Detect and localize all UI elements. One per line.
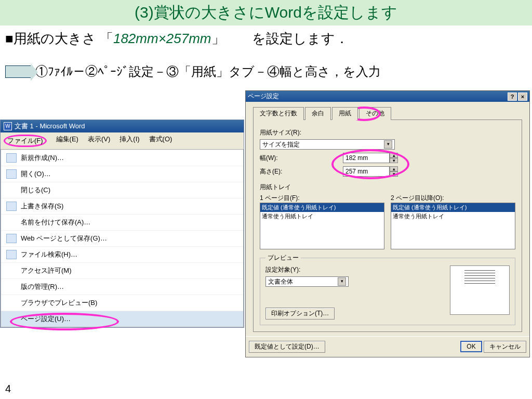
tab-chars[interactable]: 文字数と行数 — [253, 107, 304, 120]
menu-edit[interactable]: 編集(E) — [56, 135, 78, 147]
menu-format[interactable]: 書式(O) — [149, 135, 172, 147]
file-menu-label: 新規作成(N)… — [21, 153, 64, 163]
ok-button[interactable]: OK — [460, 341, 482, 352]
set-default-button[interactable]: 既定値として設定(D)… — [249, 341, 325, 353]
file-menu-label: 版の管理(R)… — [21, 282, 64, 291]
line1-b: 」 を設定します． — [211, 31, 349, 46]
file-menu-versions[interactable]: 版の管理(R)… — [1, 278, 243, 295]
file-menu-label: 名前を付けて保存(A)… — [21, 218, 90, 227]
file-menu-saveas[interactable]: 名前を付けて保存(A)… — [1, 214, 243, 230]
tab-other[interactable]: その他 — [359, 107, 391, 120]
file-menu-saveweb[interactable]: Web ページとして保存(G)… — [1, 230, 243, 246]
print-options-button[interactable]: 印刷オプション(T)… — [265, 308, 335, 320]
cancel-button[interactable]: キャンセル — [484, 341, 526, 353]
tray1-selected[interactable]: 既定値 (通常使う用紙トレイ) — [260, 203, 384, 212]
page-preview — [450, 265, 510, 315]
height-down[interactable]: ▾ — [390, 171, 398, 177]
tray1-item[interactable]: 通常使う用紙トレイ — [260, 212, 384, 221]
file-menu-label: アクセス許可(M) — [21, 266, 72, 275]
menu-file[interactable]: ファイル(F) — [4, 135, 47, 147]
tray2-list[interactable]: 既定値 (通常使う用紙トレイ) 通常使う用紙トレイ — [391, 203, 515, 249]
word-title: 文書 1 - Microsoft Word — [15, 122, 85, 131]
file-menu-browser-preview[interactable]: ブラウザでプレビュー(B) — [1, 295, 243, 311]
dialog-button-row: 既定値として設定(D)… OK キャンセル — [246, 336, 529, 357]
file-menu-label: 上書き保存(S) — [21, 202, 63, 211]
tray2-selected[interactable]: 既定値 (通常使う用紙トレイ) — [391, 203, 515, 212]
preview-legend: プレビュー — [265, 254, 301, 262]
apply-to-label: 設定対象(Y): — [265, 265, 349, 274]
file-menu-page-setup[interactable]: ページ設定(U)… — [1, 311, 243, 327]
dialog-tabs: 文字数と行数 余白 用紙 その他 — [253, 107, 522, 120]
dropdown-icon[interactable]: ▾ — [384, 140, 392, 149]
dialog-title: ページ設定 — [248, 92, 279, 101]
tray1-label: 1 ページ目(F): — [260, 194, 384, 203]
tray2-item[interactable]: 通常使う用紙トレイ — [391, 212, 515, 221]
file-menu-label: ブラウザでプレビュー(B) — [21, 298, 97, 308]
paper-size-value: サイズを指定 — [262, 140, 300, 149]
paper-size-label: 用紙サイズ(R): — [260, 128, 515, 137]
page-number: 4 — [5, 383, 11, 395]
height-up[interactable]: ▴ — [390, 166, 398, 171]
file-menu: 新規作成(N)… 開く(O)… 閉じる(C) 上書き保存(S) 名前を付けて保存… — [1, 149, 244, 327]
save-icon — [6, 202, 17, 211]
tab-paper[interactable]: 用紙 — [332, 107, 358, 120]
file-menu-search[interactable]: ファイル検索(H)… — [1, 246, 243, 262]
width-input[interactable]: 182 mm — [343, 153, 390, 163]
file-menu-label: ファイル検索(H)… — [21, 250, 77, 259]
word-window: W 文書 1 - Microsoft Word ファイル(F) 編集(E) 表示… — [0, 119, 244, 328]
apply-to-value: 文書全体 — [268, 277, 293, 286]
file-menu-close[interactable]: 閉じる(C) — [1, 182, 243, 198]
file-menu-open[interactable]: 開く(O)… — [1, 166, 243, 182]
menu-insert[interactable]: 挿入(I) — [119, 135, 139, 147]
file-menu-label: 開く(O)… — [21, 169, 51, 179]
page-setup-dialog: ページ設定 ? × 文字数と行数 余白 用紙 その他 用紙サイズ(R): サイズ… — [245, 90, 530, 357]
file-menu-new[interactable]: 新規作成(N)… — [1, 150, 243, 166]
tray1-list[interactable]: 既定値 (通常使う用紙トレイ) 通常使う用紙トレイ — [260, 203, 384, 249]
tray2-label: 2 ページ目以降(O): — [391, 194, 515, 203]
file-menu-perm[interactable]: アクセス許可(M) — [1, 262, 243, 278]
slide-title: (3)賞状の大きさにWordを設定します — [0, 0, 532, 25]
tab-margins[interactable]: 余白 — [305, 107, 331, 120]
file-menu-save[interactable]: 上書き保存(S) — [1, 198, 243, 214]
new-icon — [6, 153, 17, 163]
dropdown-icon[interactable]: ▾ — [338, 277, 346, 286]
dialog-titlebar: ページ設定 ? × — [246, 91, 529, 102]
paper-size-instruction: ■用紙の大きさ 「182mm×257mm」 を設定します． — [5, 30, 527, 48]
line1-a: ■用紙の大きさ 「 — [5, 31, 113, 46]
file-menu-label: 閉じる(C) — [21, 185, 50, 195]
tray-group-label: 用紙トレイ — [260, 183, 515, 192]
line1-size: 182mm×257mm — [113, 31, 211, 46]
file-menu-label: Web ページとして保存(G)… — [21, 234, 107, 243]
steps-row: ①ﾌｧｲﾙ－②ﾍﾟｰｼﾞ設定－③「用紙」タブ－④幅と高さ，を入力 — [5, 63, 527, 80]
word-menubar[interactable]: ファイル(F) 編集(E) 表示(V) 挿入(I) 書式(O) — [1, 132, 244, 149]
word-titlebar: W 文書 1 - Microsoft Word — [1, 120, 244, 132]
file-menu-label: ページ設定(U)… — [21, 314, 71, 324]
width-down[interactable]: ▾ — [390, 158, 398, 163]
width-label: 幅(W): — [260, 154, 296, 163]
menu-view[interactable]: 表示(V) — [88, 135, 110, 147]
close-button[interactable]: × — [518, 92, 527, 101]
saveweb-icon — [6, 234, 17, 243]
preview-group: プレビュー 設定対象(Y): 文書全体 ▾ 印刷オプション(T)… — [260, 254, 515, 325]
paper-size-select[interactable]: サイズを指定 ▾ — [260, 139, 395, 150]
search-icon — [6, 250, 17, 259]
height-input[interactable]: 257 mm — [343, 166, 390, 177]
word-app-icon: W — [4, 122, 12, 130]
steps-text: ①ﾌｧｲﾙ－②ﾍﾟｰｼﾞ設定－③「用紙」タブ－④幅と高さ，を入力 — [35, 63, 381, 80]
open-icon — [6, 169, 17, 179]
arrow-icon — [5, 65, 31, 78]
height-label: 高さ(E): — [260, 167, 296, 176]
help-button[interactable]: ? — [508, 92, 517, 101]
apply-to-select[interactable]: 文書全体 ▾ — [265, 276, 349, 287]
width-up[interactable]: ▴ — [390, 153, 398, 158]
paper-tab-pane: 用紙サイズ(R): サイズを指定 ▾ 幅(W): 182 mm ▴▾ 高さ(E)… — [253, 119, 522, 332]
